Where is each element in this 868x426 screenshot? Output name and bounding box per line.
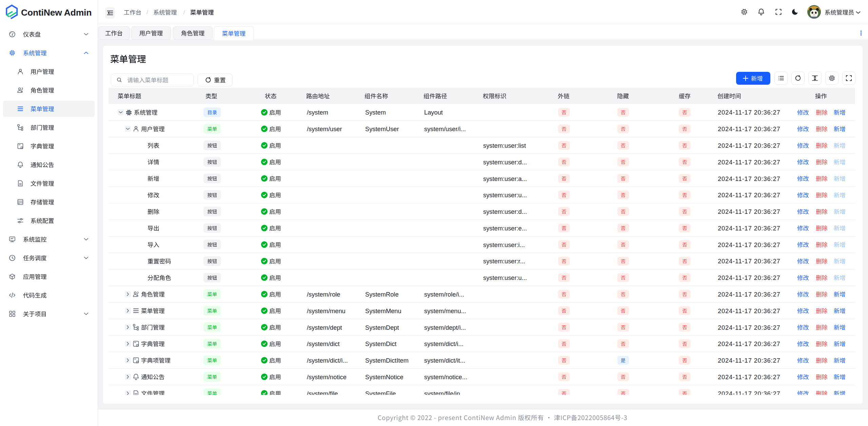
svg-text:system/menu...: system/menu... [424,307,466,315]
svg-text:system:user:u...: system:user:u... [483,274,527,281]
svg-text:/system/menu: /system/menu [307,307,346,315]
svg-text:Layout: Layout [424,109,443,116]
svg-text:system:user:u...: system:user:u... [483,191,527,199]
svg-text:system:user:i...: system:user:i... [483,241,525,248]
svg-text:SystemDept: SystemDept [365,324,399,331]
svg-text:SystemDict: SystemDict [365,340,396,347]
svg-text:system/dict/i...: system/dict/i... [424,340,463,347]
svg-text:2024-11-17 20:36:27: 2024-11-17 20:36:27 [718,109,781,116]
svg-text:/system/role: /system/role [307,291,340,298]
svg-text:2024-11-17 20:36:27: 2024-11-17 20:36:27 [718,258,781,265]
svg-text:/system/dict/i...: /system/dict/i... [307,357,348,364]
svg-text:SystemMenu: SystemMenu [365,307,401,315]
svg-text:2024-11-17 20:36:27: 2024-11-17 20:36:27 [718,159,781,166]
svg-text:system:user:r...: system:user:r... [483,258,525,265]
svg-text:/system: /system [307,109,328,116]
svg-text:system/dict/it...: system/dict/it... [424,357,465,364]
svg-text:SystemRole: SystemRole [365,291,399,298]
svg-text:2024-11-17 20:36:27: 2024-11-17 20:36:27 [718,241,781,248]
svg-text:2024-11-17 20:36:27: 2024-11-17 20:36:27 [718,208,781,215]
svg-text:system/user/i...: system/user/i... [424,125,466,133]
svg-text:2024-11-17 20:36:27: 2024-11-17 20:36:27 [718,291,781,298]
svg-text:system/notice...: system/notice... [424,373,467,381]
svg-text:system:user:a...: system:user:a... [483,175,527,182]
svg-text:system:user:d...: system:user:d... [483,159,527,166]
svg-text:/system/user: /system/user [307,125,342,133]
svg-text:System: System [365,109,386,116]
svg-text:SystemDictItem: SystemDictItem [365,357,409,364]
svg-text:2024-11-17 20:36:27: 2024-11-17 20:36:27 [718,324,781,331]
svg-text:2024-11-17 20:36:27: 2024-11-17 20:36:27 [718,142,781,149]
svg-text:2024-11-17 20:36:27: 2024-11-17 20:36:27 [718,307,781,315]
svg-text:system:user:list: system:user:list [483,142,526,149]
svg-text:/: / [146,9,148,15]
svg-text:2024-11-17 20:36:27: 2024-11-17 20:36:27 [718,274,781,281]
svg-text:2024-11-17 20:36:27: 2024-11-17 20:36:27 [718,125,781,133]
svg-text:ContiNew Admin: ContiNew Admin [21,7,92,18]
svg-text:2024-11-17 20:36:27: 2024-11-17 20:36:27 [718,340,781,347]
svg-text:2024-11-17 20:36:27: 2024-11-17 20:36:27 [718,175,781,182]
svg-text:2024-11-17 20:36:27: 2024-11-17 20:36:27 [718,225,781,232]
svg-text:2024-11-17 20:36:27: 2024-11-17 20:36:27 [718,373,781,381]
svg-text:SystemUser: SystemUser [365,125,399,133]
svg-text:2024-11-17 20:36:27: 2024-11-17 20:36:27 [718,357,781,364]
svg-text:system:user:d...: system:user:d... [483,208,527,215]
svg-text:system/dept/i...: system/dept/i... [424,324,466,331]
svg-text:/system/dept: /system/dept [307,324,342,331]
svg-text:SystemNotice: SystemNotice [365,373,403,381]
svg-text:system/role/i...: system/role/i... [424,291,464,298]
svg-text:/system/dict: /system/dict [307,340,340,347]
svg-text:/system/notice: /system/notice [307,373,347,381]
svg-text:system:user:e...: system:user:e... [483,225,527,232]
svg-text:/: / [183,9,185,15]
svg-text:2024-11-17 20:36:27: 2024-11-17 20:36:27 [718,191,781,199]
